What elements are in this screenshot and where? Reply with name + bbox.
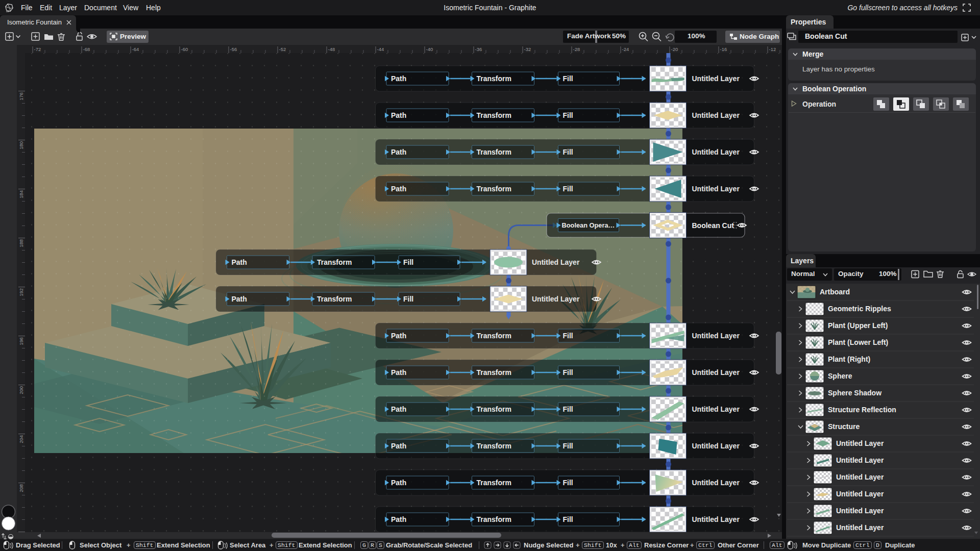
svg-text:Fill: Fill [563, 332, 573, 340]
svg-text:-56: -56 [230, 46, 237, 52]
svg-text:Fill: Fill [403, 258, 413, 266]
svg-text:Fill: Fill [403, 295, 413, 303]
svg-text:-36: -36 [475, 46, 482, 52]
svg-text:Untitled Layer: Untitled Layer [532, 295, 580, 303]
svg-text:-48: -48 [328, 46, 335, 52]
svg-text:Path: Path [391, 368, 406, 377]
svg-text:Path: Path [391, 74, 406, 83]
svg-text:-16: -16 [720, 46, 727, 52]
svg-text:Transform: Transform [477, 74, 511, 83]
svg-text:Sphere Shadow: Sphere Shadow [828, 389, 881, 397]
svg-text:208: 208 [18, 484, 24, 492]
svg-text:Untitled Layer: Untitled Layer [692, 148, 740, 156]
svg-text:Geometric Ripples: Geometric Ripples [828, 305, 891, 313]
svg-text:Sphere: Sphere [828, 372, 852, 380]
svg-text:-52: -52 [279, 46, 286, 52]
svg-text:Fill: Fill [563, 111, 573, 119]
svg-text:180: 180 [18, 141, 24, 149]
svg-text:Fill: Fill [563, 405, 573, 413]
svg-text:Transform: Transform [477, 148, 511, 156]
svg-text:Path: Path [391, 148, 406, 156]
svg-text:Untitled Layer: Untitled Layer [692, 368, 740, 377]
svg-text:Plant (Upper Left): Plant (Upper Left) [828, 321, 888, 330]
svg-text:Transform: Transform [477, 479, 511, 487]
svg-text:Untitled Layer: Untitled Layer [836, 456, 884, 464]
svg-text:Transform: Transform [477, 515, 511, 523]
svg-text:Untitled Layer: Untitled Layer [692, 405, 740, 413]
svg-text:Path: Path [391, 479, 406, 487]
svg-text:Path: Path [391, 111, 406, 119]
svg-text:Untitled Layer: Untitled Layer [692, 74, 740, 83]
svg-text:Path: Path [391, 515, 406, 523]
svg-text:Path: Path [391, 332, 406, 340]
svg-text:200: 200 [18, 386, 24, 394]
svg-text:Fill: Fill [563, 368, 573, 377]
svg-text:Untitled Layer: Untitled Layer [836, 507, 884, 515]
svg-text:Path: Path [232, 295, 247, 303]
svg-text:Transform: Transform [477, 185, 511, 193]
svg-text:Untitled Layer: Untitled Layer [532, 258, 580, 266]
svg-text:204: 204 [18, 435, 24, 443]
svg-text:Artboard: Artboard [820, 288, 850, 296]
svg-text:-28: -28 [573, 46, 580, 52]
svg-text:Untitled Layer: Untitled Layer [692, 515, 740, 523]
svg-text:Fill: Fill [563, 442, 573, 450]
svg-text:Untitled Layer: Untitled Layer [692, 111, 740, 119]
svg-text:Fill: Fill [563, 185, 573, 193]
svg-text:Transform: Transform [477, 442, 511, 450]
svg-text:Fill: Fill [563, 148, 573, 156]
svg-text:Plant (Lower Left): Plant (Lower Left) [828, 338, 888, 346]
svg-text:196: 196 [18, 337, 24, 345]
svg-text:-32: -32 [524, 46, 531, 52]
svg-text:Path: Path [232, 258, 247, 266]
svg-text:-24: -24 [622, 46, 629, 52]
svg-text:184: 184 [18, 190, 24, 198]
svg-text:Path: Path [391, 185, 406, 193]
svg-text:188: 188 [18, 239, 24, 247]
svg-text:Untitled Layer: Untitled Layer [836, 439, 884, 447]
svg-text:Path: Path [391, 405, 406, 413]
svg-text:Untitled Layer: Untitled Layer [692, 185, 740, 193]
svg-text:-68: -68 [83, 46, 90, 52]
svg-text:-60: -60 [181, 46, 188, 52]
svg-text:176: 176 [18, 92, 24, 101]
svg-text:Fill: Fill [563, 74, 573, 83]
svg-text:-64: -64 [132, 46, 139, 52]
svg-text:Untitled Layer: Untitled Layer [836, 490, 884, 498]
svg-text:Boolean Opera…: Boolean Opera… [562, 221, 615, 229]
svg-text:Fill: Fill [563, 479, 573, 487]
svg-text:Structure Reflection: Structure Reflection [828, 406, 896, 414]
svg-text:Transform: Transform [317, 295, 352, 303]
svg-text:Structure: Structure [828, 422, 860, 431]
svg-text:Transform: Transform [317, 258, 352, 266]
svg-text:-40: -40 [426, 46, 433, 52]
svg-text:Transform: Transform [477, 332, 511, 340]
svg-text:Path: Path [391, 442, 406, 450]
svg-text:Plant (Right): Plant (Right) [828, 355, 870, 363]
svg-text:Transform: Transform [477, 111, 511, 119]
svg-text:Transform: Transform [477, 405, 511, 413]
svg-text:Untitled Layer: Untitled Layer [692, 479, 740, 487]
svg-text:Untitled Layer: Untitled Layer [836, 523, 884, 532]
svg-text:-20: -20 [671, 46, 678, 52]
svg-text:Boolean Cut: Boolean Cut [692, 221, 734, 230]
svg-text:Transform: Transform [477, 368, 511, 377]
svg-text:-72: -72 [34, 46, 41, 52]
svg-text:-12: -12 [769, 46, 776, 52]
svg-text:-44: -44 [377, 46, 384, 52]
svg-text:Fill: Fill [563, 515, 573, 523]
svg-text:192: 192 [18, 288, 24, 296]
svg-text:Untitled Layer: Untitled Layer [692, 442, 740, 450]
svg-text:Untitled Layer: Untitled Layer [836, 473, 884, 481]
svg-text:Untitled Layer: Untitled Layer [692, 332, 740, 340]
